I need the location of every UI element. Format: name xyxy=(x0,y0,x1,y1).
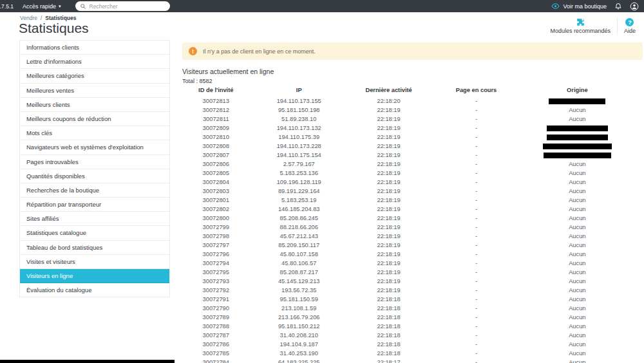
cell-current-page: - xyxy=(429,358,523,363)
cell-ip: 45.80.106.57 xyxy=(250,259,348,268)
table-row: 30072796 45.80.107.158 22:18:19 - Aucun xyxy=(182,250,631,259)
cell-ip: 2.57.79.167 xyxy=(250,160,348,169)
redacted-origin xyxy=(549,98,605,104)
table-row: 30072785 31.40.253.190 22:18:18 - Aucun xyxy=(182,349,631,358)
cell-origin xyxy=(524,133,631,142)
table-row: 30072808 194.110.173.228 22:18:19 - xyxy=(182,142,631,151)
sidebar-item[interactable]: Statistiques catalogue xyxy=(20,226,169,240)
cell-ip: 213.166.79.206 xyxy=(250,313,348,322)
cell-ip: 85.209.150.117 xyxy=(250,241,348,250)
sidebar-item[interactable]: Visites et visiteurs xyxy=(20,255,169,269)
sidebar-item[interactable]: Sites affiliés xyxy=(20,212,169,226)
sidebar-item[interactable]: Visiteurs en ligne xyxy=(20,269,169,283)
cell-guest-id: 30072792 xyxy=(182,286,250,295)
table-row: 30072807 194.110.175.154 22:18:19 - xyxy=(182,151,631,160)
table-row: 30072805 5.183.253.136 22:18:19 - Aucun xyxy=(182,169,631,178)
quick-access-button[interactable]: Accès rapide ▾ xyxy=(23,3,61,10)
cell-guest-id: 30072807 xyxy=(182,151,250,160)
sidebar-item[interactable]: Tableau de bord statistiques xyxy=(20,241,169,255)
cell-last-activity: 22:18:19 xyxy=(348,196,429,205)
cell-ip: 64.183.225.225 xyxy=(250,358,348,363)
notifications-bell-icon[interactable] xyxy=(614,3,622,10)
cell-origin: Aucun xyxy=(524,115,631,124)
cell-origin: Aucun xyxy=(524,214,631,223)
sidebar-item[interactable]: Meilleures ventes xyxy=(20,84,169,98)
cell-last-activity: 22:18:19 xyxy=(348,205,429,214)
sidebar-item-label: Meilleurs clients xyxy=(26,101,70,108)
cell-ip: 146.185.204.83 xyxy=(250,205,348,214)
sidebar-item-label: Informations clients xyxy=(26,44,79,51)
cell-guest-id: 30072788 xyxy=(182,322,250,331)
cell-ip: 31.40.253.190 xyxy=(250,349,348,358)
cell-origin: Aucun xyxy=(524,241,631,250)
redacted-origin xyxy=(544,153,611,158)
sidebar-item[interactable]: Meilleurs clients xyxy=(20,98,169,112)
cell-origin: Aucun xyxy=(524,160,631,169)
sidebar-item-label: Meilleures ventes xyxy=(26,87,74,94)
table-row: 30072792 193.56.72.35 22:18:19 - Aucun xyxy=(182,286,631,295)
cell-current-page: - xyxy=(429,286,523,295)
sidebar-item-label: Répartition par transporteur xyxy=(26,201,101,208)
cell-origin: Aucun xyxy=(524,286,631,295)
table-row: 30072795 85.208.87.217 22:18:19 - Aucun xyxy=(182,268,631,277)
cell-last-activity: 22:18:19 xyxy=(348,214,429,223)
cell-ip: 194.110.175.39 xyxy=(250,133,348,142)
cell-guest-id: 30072790 xyxy=(182,304,250,313)
cell-last-activity: 22:18:18 xyxy=(348,313,429,322)
sidebar-item[interactable]: Meilleurs coupons de réduction xyxy=(20,112,169,126)
sidebar-item[interactable]: Navigateurs web et systèmes d'exploitati… xyxy=(20,140,169,154)
sidebar-item-label: Mots clés xyxy=(26,129,52,136)
cell-origin: Aucun xyxy=(524,169,631,178)
user-avatar[interactable] xyxy=(630,2,639,11)
sidebar-item-label: Navigateurs web et systèmes d'exploitati… xyxy=(26,144,144,151)
cell-guest-id: 30072813 xyxy=(182,97,250,106)
sidebar-item[interactable]: Lettre d'informations xyxy=(20,55,169,69)
cell-ip: 95.181.150.212 xyxy=(250,322,348,331)
cell-current-page: - xyxy=(429,277,523,286)
header-actions: Modules recommandés ? Aide xyxy=(544,18,642,34)
cell-current-page: - xyxy=(429,259,523,268)
cell-origin: Aucun xyxy=(524,232,631,241)
cell-last-activity: 22:18:19 xyxy=(348,187,429,196)
cell-guest-id: 30072793 xyxy=(182,277,250,286)
cell-current-page: - xyxy=(429,295,523,304)
modules-recommended-button[interactable]: Modules recommandés xyxy=(544,18,617,34)
sidebar-item[interactable]: Pages introuvables xyxy=(20,155,169,169)
cell-guest-id: 30072784 xyxy=(182,358,250,363)
sidebar-item-label: Pages introuvables xyxy=(26,158,79,165)
cell-last-activity: 22:18:19 xyxy=(348,106,429,115)
table-row: 30072791 95.181.150.59 22:18:18 - Aucun xyxy=(182,295,631,304)
cell-ip: 193.56.72.35 xyxy=(250,286,348,295)
cell-guest-id: 30072798 xyxy=(182,232,250,241)
sidebar-item[interactable]: Meilleures catégories xyxy=(20,69,169,83)
sidebar-item-label: Évaluation du catalogue xyxy=(26,286,91,293)
redacted-origin xyxy=(547,135,608,140)
search-box[interactable] xyxy=(75,1,170,11)
cell-current-page: - xyxy=(429,232,523,241)
sidebar-item-label: Visiteurs en ligne xyxy=(26,272,73,279)
sidebar-item[interactable]: Informations clients xyxy=(20,41,169,55)
sidebar-item[interactable]: Quantités disponibles xyxy=(20,169,169,183)
sidebar-item[interactable]: Répartition par transporteur xyxy=(20,198,169,212)
cell-origin: Aucun xyxy=(524,250,631,259)
table-row: 30072787 31.40.208.210 22:18:18 - Aucun xyxy=(182,331,631,340)
sidebar-item[interactable]: Mots clés xyxy=(20,126,169,140)
view-shop-button[interactable]: Voir ma boutique xyxy=(551,2,607,10)
cell-guest-id: 30072804 xyxy=(182,178,250,187)
cell-current-page: - xyxy=(429,250,523,259)
cell-ip: 45.145.129.213 xyxy=(250,277,348,286)
cell-guest-id: 30072802 xyxy=(182,205,250,214)
cell-guest-id: 30072812 xyxy=(182,106,250,115)
search-input[interactable] xyxy=(90,3,166,10)
cell-last-activity: 22:18:18 xyxy=(348,304,429,313)
help-button[interactable]: ? Aide xyxy=(617,18,642,34)
table-row: 30072797 85.209.150.117 22:18:19 - Aucun xyxy=(182,241,631,250)
sidebar-item[interactable]: Évaluation du catalogue xyxy=(20,283,169,297)
cell-origin: Aucun xyxy=(524,268,631,277)
modules-recommended-label: Modules recommandés xyxy=(550,28,611,34)
cell-current-page: - xyxy=(429,331,523,340)
table-row: 30072794 45.80.106.57 22:18:19 - Aucun xyxy=(182,259,631,268)
table-row: 30072806 2.57.79.167 22:18:19 - Aucun xyxy=(182,160,631,169)
sidebar-item[interactable]: Recherches de la boutique xyxy=(20,183,169,198)
cell-guest-id: 30072805 xyxy=(182,169,250,178)
